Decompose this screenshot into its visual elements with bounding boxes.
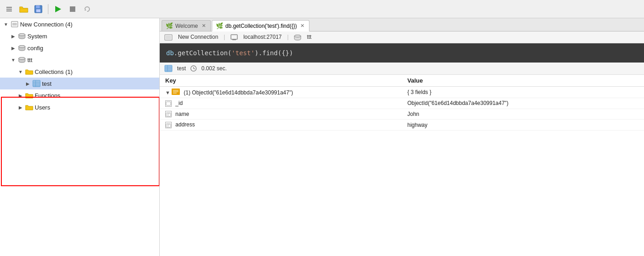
db-name: ttt	[307, 34, 311, 40]
result-table: Key Value ▼ (1) ObjectId(	[160, 75, 644, 131]
svg-rect-23	[166, 36, 171, 39]
tree-test[interactable]: ▶ test	[0, 78, 159, 89]
chevron-right-icon: ▶	[10, 45, 16, 51]
tree-ttt[interactable]: ▼ ttt	[0, 54, 159, 66]
refresh-button[interactable]	[81, 3, 94, 16]
monitor-icon	[230, 34, 238, 41]
result-area: Key Value ▼ (1) ObjectId(	[160, 75, 644, 256]
doc-value: { 3 fields }	[402, 86, 644, 98]
value-header: Value	[402, 75, 644, 87]
chevron-right-icon: ▶	[17, 92, 24, 99]
field-id-value: ObjectId("61e6d14dbbda7a4e30991a47")	[402, 98, 644, 109]
id-value-label: ObjectId("61e6d14dbbda7a4e30991a47")	[408, 100, 508, 106]
field-address-value: highway	[402, 120, 644, 131]
field-icon	[165, 100, 172, 107]
address-value-label: highway	[408, 122, 428, 128]
db-icon	[18, 56, 26, 64]
table-row: ▼ (1) ObjectId("61e6d14dbbda7a4e30991a47…	[160, 86, 644, 98]
svg-rect-24	[231, 35, 237, 39]
menu-button[interactable]	[3, 3, 16, 16]
chevron-right-icon: ▶	[17, 104, 24, 110]
field-name-value: John	[402, 109, 644, 120]
save-button[interactable]	[32, 3, 45, 16]
chevron-down-icon: ▼	[10, 57, 16, 63]
tab-query-label: db.getCollection('test').find({})	[225, 23, 297, 29]
folder-icon	[25, 91, 33, 99]
svg-point-14	[19, 46, 25, 48]
conn-icon	[164, 34, 173, 41]
db-icon-small	[294, 34, 301, 41]
open-folder-button[interactable]	[17, 3, 30, 16]
collection-table-icon	[32, 79, 41, 88]
svg-point-16	[19, 57, 25, 60]
svg-rect-40	[166, 102, 171, 105]
connection-name: New Connection	[178, 34, 218, 40]
table-row: _id ObjectId("61e6d14dbbda7a4e30991a47")	[160, 98, 644, 109]
query-bar: db.getCollection('test').find({})	[160, 43, 644, 63]
expand-icon[interactable]: ▼	[165, 90, 170, 95]
connection-label: New Connection (4)	[20, 21, 73, 28]
toolbar	[0, 0, 644, 18]
doc-value-label: { 3 fields }	[408, 89, 432, 95]
db-icon	[18, 44, 26, 52]
tree-system[interactable]: ▶ System	[0, 30, 159, 42]
tab-query-close[interactable]: ✕	[300, 23, 304, 29]
svg-rect-7	[70, 6, 75, 12]
result-table-icon	[164, 65, 173, 72]
table-row: name John	[160, 109, 644, 120]
system-label: System	[27, 33, 47, 40]
chevron-down-icon: ▼	[17, 68, 24, 75]
result-bar: test 0.002 sec.	[160, 63, 644, 75]
ttt-label: ttt	[27, 57, 32, 63]
tree-connection[interactable]: ▼ New Connection (4)	[0, 18, 159, 30]
svg-rect-25	[232, 39, 236, 40]
leaf-icon-2: 🌿	[216, 22, 223, 29]
functions-label: Functions	[35, 92, 60, 99]
svg-rect-4	[36, 5, 40, 8]
leaf-icon: 🌿	[166, 22, 173, 29]
name-value-label: John	[408, 111, 419, 117]
tree-collections[interactable]: ▼ Collections (1)	[0, 66, 159, 78]
address-field-label: address	[175, 121, 195, 128]
collections-label: Collections (1)	[35, 68, 73, 75]
doc-key-label: (1) ObjectId("61e6d14dbbda7a4e30991a47")	[184, 89, 293, 96]
key-header: Key	[160, 75, 402, 87]
svg-line-35	[194, 68, 195, 69]
stop-button[interactable]	[66, 3, 79, 16]
tab-welcome-label: Welcome	[175, 23, 198, 29]
tree-config[interactable]: ▶ config	[0, 42, 159, 54]
doc-key: ▼ (1) ObjectId("61e6d14dbbda7a4e30991a47…	[160, 86, 402, 98]
result-time: 0.002 sec.	[201, 65, 226, 72]
field-icon	[165, 122, 172, 128]
folder-icon	[25, 68, 33, 76]
svg-point-27	[294, 35, 301, 37]
svg-marker-6	[55, 6, 61, 12]
svg-point-12	[19, 34, 25, 36]
svg-rect-44	[166, 124, 171, 127]
test-label: test	[42, 80, 52, 87]
users-label: Users	[35, 104, 50, 111]
connection-bar: New Connection | localhost:27017 | ttt	[160, 31, 644, 43]
field-icon	[165, 111, 172, 117]
svg-rect-5	[36, 9, 41, 12]
result-collection-name: test	[177, 65, 186, 72]
svg-rect-41	[166, 113, 171, 116]
chevron-right-icon: ▶	[10, 33, 16, 39]
tab-welcome[interactable]: 🌿 Welcome ✕	[162, 20, 211, 31]
tab-query[interactable]: 🌿 db.getCollection('test').find({}) ✕	[212, 20, 310, 31]
field-id-key: _id	[160, 98, 402, 109]
tree-users[interactable]: ▶ Users	[0, 101, 159, 113]
play-button[interactable]	[52, 3, 64, 16]
connection-icon	[10, 20, 19, 28]
doc-icon	[172, 89, 180, 95]
chevron-right-icon: ▶	[25, 80, 31, 87]
separator-1	[48, 4, 48, 14]
svg-rect-10	[12, 23, 17, 26]
tree-functions[interactable]: ▶ Functions	[0, 89, 159, 101]
chevron-down-icon: ▼	[3, 21, 9, 27]
id-field-label: _id	[175, 100, 183, 106]
query-text: db.getCollection('test').find({})	[166, 49, 293, 57]
host-label: localhost:27017	[243, 34, 282, 40]
sidebar: ▼ New Connection (4) ▶ System ▶	[0, 18, 160, 256]
tab-welcome-close[interactable]: ✕	[202, 23, 206, 29]
